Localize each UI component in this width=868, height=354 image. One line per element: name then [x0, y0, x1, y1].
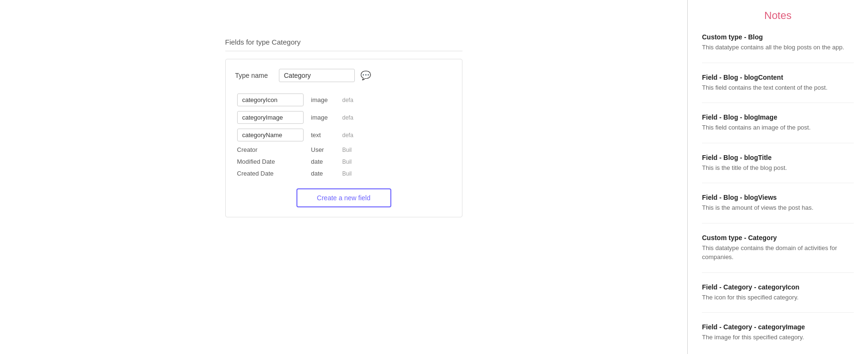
note-description: This is the amount of views the post has… — [702, 203, 854, 213]
list-item: Field - Blog - blogTitleThis is the titl… — [702, 154, 854, 184]
fields-header: Fields for type Category — [225, 38, 462, 51]
right-panel: Notes Custom type - BlogThis datatype co… — [688, 0, 868, 354]
note-description: This datatype contains the domain of act… — [702, 243, 854, 262]
note-description: This field contains an image of the post… — [702, 123, 854, 132]
note-description: This is the title of the blog post. — [702, 163, 854, 173]
note-description: This datatype contains all the blog post… — [702, 43, 854, 52]
type-name-input[interactable] — [279, 69, 355, 82]
field-static-name: Creator — [237, 146, 304, 153]
note-title: Field - Category - categoryIcon — [702, 283, 854, 291]
notes-list: Custom type - BlogThis datatype contains… — [702, 33, 854, 353]
note-title: Field - Blog - blogViews — [702, 194, 854, 201]
field-static-name: Modified Date — [237, 158, 304, 165]
fields-content: Type name 💬 imagedefaimagedefatextdefaCr… — [225, 59, 462, 217]
fields-container: Fields for type Category Type name 💬 ima… — [225, 38, 462, 217]
note-title: Field - Category - categoryImage — [702, 323, 854, 331]
note-title: Custom type - Category — [702, 234, 854, 242]
table-row: textdefa — [237, 129, 452, 141]
list-item: Field - Category - categoryImageThe imag… — [702, 323, 854, 353]
field-type: User — [311, 146, 335, 153]
type-name-row: Type name 💬 — [235, 69, 452, 82]
field-type: image — [311, 114, 335, 121]
field-badge: defa — [342, 97, 353, 103]
field-type: date — [311, 158, 335, 165]
note-description: The image for this specified category. — [702, 333, 854, 342]
type-name-label: Type name — [235, 72, 273, 79]
field-name-input[interactable] — [237, 93, 304, 106]
list-item: Field - Blog - blogImageThis field conta… — [702, 113, 854, 143]
note-title: Field - Blog - blogTitle — [702, 154, 854, 161]
note-description: The icon for this specified category. — [702, 293, 854, 302]
notes-title: Notes — [702, 9, 854, 22]
field-badge: defa — [342, 132, 353, 139]
create-new-field-button[interactable]: Create a new field — [296, 188, 391, 207]
list-item: Field - Blog - blogViewsThis is the amou… — [702, 194, 854, 224]
note-title: Field - Blog - blogImage — [702, 113, 854, 121]
note-title: Custom type - Blog — [702, 33, 854, 41]
field-type: text — [311, 131, 335, 139]
fields-list: imagedefaimagedefatextdefaCreatorUserBui… — [235, 93, 452, 177]
list-item: Custom type - BlogThis datatype contains… — [702, 33, 854, 63]
list-item: Custom type - CategoryThis datatype cont… — [702, 234, 854, 273]
field-name-input[interactable] — [237, 129, 304, 141]
table-row: imagedefa — [237, 111, 452, 124]
note-title: Field - Blog - blogContent — [702, 74, 854, 81]
table-row: imagedefa — [237, 93, 452, 106]
chat-icon[interactable]: 💬 — [360, 70, 371, 81]
field-badge: defa — [342, 114, 353, 121]
list-item: Field - Blog - blogContentThis field con… — [702, 74, 854, 103]
table-row: CreatorUserBuil — [237, 146, 452, 153]
field-badge: Buil — [342, 158, 352, 165]
list-item: Field - Category - categoryIconThe icon … — [702, 283, 854, 313]
table-row: Modified DatedateBuil — [237, 158, 452, 165]
field-type: date — [311, 170, 335, 177]
field-badge: Buil — [342, 147, 352, 153]
field-name-input[interactable] — [237, 111, 304, 124]
left-panel: Fields for type Category Type name 💬 ima… — [0, 0, 688, 354]
field-static-name: Created Date — [237, 170, 304, 177]
field-badge: Buil — [342, 170, 352, 177]
table-row: Created DatedateBuil — [237, 170, 452, 177]
note-description: This field contains the text content of … — [702, 83, 854, 93]
field-type: image — [311, 96, 335, 103]
